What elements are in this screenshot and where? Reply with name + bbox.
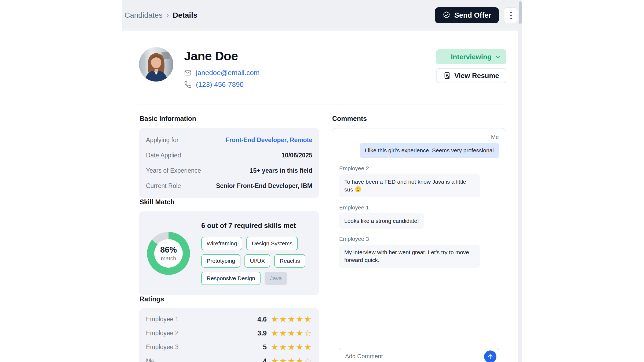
- star-full-icon: ★: [271, 328, 279, 338]
- rating-right: 4.6★★★★☆★: [257, 315, 312, 323]
- send-offer-label: Send Offer: [454, 11, 491, 20]
- scrollbar-thumb[interactable]: [519, 1, 522, 24]
- app-frame: Candidates › Details Send Offer: [122, 0, 522, 362]
- skill-chip: UI/UX: [244, 254, 270, 268]
- divider: [139, 105, 506, 105]
- send-offer-button[interactable]: Send Offer: [435, 7, 499, 23]
- rating-row: Employee 35★★★★★: [146, 340, 312, 354]
- info-value: Senior Front-End Developer, IBM: [216, 182, 312, 190]
- file-search-icon: [443, 72, 451, 79]
- rating-right: 3.9★★★★☆: [257, 329, 312, 337]
- basic-information-panel: Applying forFront-End Developer, RemoteD…: [139, 128, 319, 198]
- star-full-icon: ★: [279, 315, 288, 324]
- match-percent: 86%: [160, 245, 177, 255]
- skill-chip: Responsive Design: [201, 272, 261, 285]
- skill-chip-missing: Java: [265, 272, 287, 285]
- comment-text: To have been a FED and not know Java is …: [344, 179, 466, 192]
- comment-author: Me: [339, 134, 499, 140]
- star-full-icon: ★: [279, 342, 288, 352]
- comment-text: My interview with her went great. Let's …: [344, 249, 469, 263]
- rating-name: Me: [146, 357, 155, 362]
- skill-match-donut-chart: 86% match: [147, 232, 190, 275]
- comment-bubble: To have been a FED and not know Java is …: [339, 174, 480, 197]
- skills-block: 6 out of 7 required skills met Wireframi…: [201, 221, 311, 285]
- breadcrumb: Candidates › Details: [125, 11, 197, 20]
- scrollbar[interactable]: [518, 0, 522, 362]
- star-full-icon: ★: [288, 342, 296, 352]
- comment-author: Employee 3: [339, 236, 499, 242]
- rating-name: Employee 3: [146, 343, 178, 351]
- phone-row: (123) 456-7890: [184, 80, 259, 89]
- breadcrumb-details: Details: [173, 11, 197, 20]
- rating-value: 4.6: [257, 315, 267, 323]
- profile-identity: Jane Doe janedoe@email.com: [184, 47, 259, 92]
- content-columns: Basic Information Applying forFront-End …: [139, 115, 506, 362]
- chevron-right-icon: ›: [166, 10, 169, 19]
- send-comment-button[interactable]: [484, 350, 496, 362]
- comment-thread: MeI like this girl’s experience. Seems v…: [339, 134, 499, 268]
- breadcrumb-candidates[interactable]: Candidates: [125, 11, 163, 20]
- email-link[interactable]: janedoe@email.com: [196, 69, 259, 77]
- info-value: 10/06/2025: [281, 152, 312, 159]
- badge-check-icon: [442, 11, 451, 19]
- info-value-link[interactable]: Front-End Developer, Remote: [226, 136, 312, 144]
- skill-match-panel: 86% match 6 out of 7 required skills met…: [139, 211, 319, 295]
- rating-name: Employee 1: [146, 316, 178, 323]
- section-title-comments: Comments: [332, 115, 506, 123]
- section-title-ratings: Ratings: [140, 295, 319, 303]
- rating-name: Employee 2: [146, 330, 178, 337]
- star-full-icon: ★: [296, 315, 304, 324]
- candidate-name: Jane Doe: [184, 49, 259, 63]
- rating-row: Me4★★★★☆: [146, 354, 312, 362]
- rating-right: 4★★★★☆: [263, 357, 312, 362]
- comment-text: I like this girl’s experience. Seems ver…: [365, 147, 494, 153]
- comment-message: Employee 3My interview with her went gre…: [339, 236, 499, 268]
- skill-chip: Prototyping: [201, 254, 240, 268]
- star-full-icon: ★: [296, 356, 304, 362]
- phone-link[interactable]: (123) 456-7890: [196, 80, 244, 89]
- comment-text: Looks like a strong candidate!: [344, 218, 419, 224]
- info-row: Date Applied10/06/2025: [146, 148, 312, 163]
- comment-author: Employee 2: [339, 165, 499, 172]
- skills-headline: 6 out of 7 required skills met: [201, 221, 311, 230]
- email-row: janedoe@email.com: [184, 69, 259, 77]
- star-empty-icon: ☆: [304, 356, 312, 362]
- more-options-button[interactable]: [504, 7, 518, 23]
- rating-row: Employee 23.9★★★★☆: [146, 326, 312, 340]
- info-row: Years of Experience15+ years in this fie…: [146, 163, 312, 178]
- skill-chip: Wireframing: [201, 237, 242, 250]
- star-rating[interactable]: ★★★★☆: [271, 357, 312, 362]
- star-rating[interactable]: ★★★★☆★: [271, 315, 312, 323]
- comment-bubble: My interview with her went great. Let's …: [339, 245, 480, 268]
- donut-center: 86% match: [154, 239, 183, 268]
- info-label: Date Applied: [146, 152, 181, 159]
- kebab-dot: [510, 15, 512, 16]
- comment-bubble: Looks like a strong candidate!: [339, 213, 424, 229]
- kebab-dot: [510, 12, 512, 13]
- kebab-dot: [510, 18, 512, 19]
- comments-card: MeI like this girl’s experience. Seems v…: [332, 128, 506, 362]
- add-comment-field: [339, 348, 499, 362]
- star-empty-icon: ☆: [304, 328, 312, 338]
- star-full-icon: ★: [288, 356, 296, 362]
- mail-icon: [184, 69, 192, 77]
- star-full-icon: ★: [304, 342, 312, 352]
- star-full-icon: ★: [279, 328, 288, 338]
- right-column: Comments MeI like this girl’s experience…: [332, 115, 506, 362]
- status-dropdown[interactable]: Interviewing: [436, 49, 506, 64]
- add-comment-input[interactable]: [339, 353, 499, 360]
- info-row: Applying forFront-End Developer, Remote: [146, 132, 312, 148]
- phone-icon: [184, 81, 192, 88]
- star-full-icon: ★: [271, 315, 279, 324]
- comment-bubble: I like this girl’s experience. Seems ver…: [360, 143, 499, 158]
- star-rating[interactable]: ★★★★★: [271, 343, 312, 351]
- star-full-icon: ★: [279, 356, 288, 362]
- star-full-icon: ★: [288, 328, 296, 338]
- info-row: Current RoleSenior Front-End Developer, …: [146, 178, 312, 194]
- view-resume-button[interactable]: View Resume: [436, 68, 506, 83]
- candidate-detail-card: Jane Doe janedoe@email.com: [127, 32, 518, 362]
- section-title-basic-information: Basic Information: [140, 115, 319, 123]
- rating-value: 4: [263, 357, 267, 362]
- star-rating[interactable]: ★★★★☆: [271, 329, 312, 337]
- star-full-icon: ★: [288, 315, 296, 324]
